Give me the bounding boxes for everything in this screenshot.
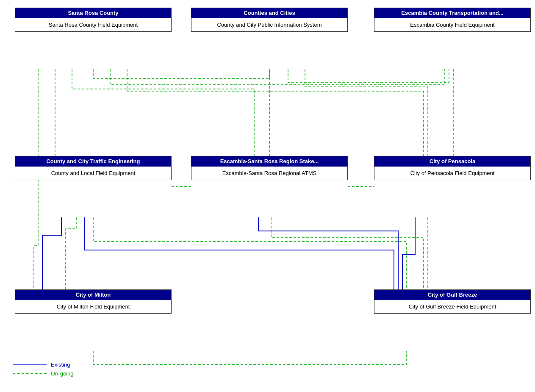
node-escambia-transport: Escambia County Transportation and... Es…	[374, 8, 531, 32]
legend-ongoing-line	[13, 373, 47, 374]
node-santa-rosa-body: Santa Rosa County Field Equipment	[15, 18, 171, 31]
legend-existing: Existing	[13, 361, 73, 368]
legend-ongoing: On-going	[13, 370, 73, 377]
node-city-milton-body: City of Milton Field Equipment	[15, 300, 171, 313]
node-county-city-traffic-body: County and Local Field Equipment	[15, 167, 171, 180]
node-counties-cities-header: Counties and Cities	[191, 8, 347, 18]
node-city-gulf-breeze-body: City of Gulf Breeze Field Equipment	[374, 300, 530, 313]
node-county-city-traffic: County and City Traffic Engineering Coun…	[15, 156, 172, 180]
node-city-pensacola: City of Pensacola City of Pensacola Fiel…	[374, 156, 531, 180]
node-escambia-transport-header: Escambia County Transportation and...	[374, 8, 530, 18]
legend-existing-label: Existing	[51, 361, 70, 368]
node-city-milton-header: City of Milton	[15, 290, 171, 300]
node-escambia-transport-body: Escambia County Field Equipment	[374, 18, 530, 31]
node-santa-rosa: Santa Rosa County Santa Rosa County Fiel…	[15, 8, 172, 32]
connections-svg	[0, 0, 535, 392]
node-counties-cities-body: County and City Public Information Syste…	[191, 18, 347, 31]
node-escambia-santa-rosa: Escambia-Santa Rosa Region Stake... Esca…	[191, 156, 348, 180]
node-city-gulf-breeze: City of Gulf Breeze City of Gulf Breeze …	[374, 289, 531, 314]
legend: Existing On-going	[13, 361, 73, 379]
node-santa-rosa-header: Santa Rosa County	[15, 8, 171, 18]
node-counties-cities: Counties and Cities County and City Publ…	[191, 8, 348, 32]
node-county-city-traffic-header: County and City Traffic Engineering	[15, 156, 171, 167]
legend-existing-line	[13, 364, 47, 365]
node-city-milton: City of Milton City of Milton Field Equi…	[15, 289, 172, 314]
node-escambia-santa-rosa-body: Escambia-Santa Rosa Regional ATMS	[191, 167, 347, 180]
node-escambia-santa-rosa-header: Escambia-Santa Rosa Region Stake...	[191, 156, 347, 167]
node-city-gulf-breeze-header: City of Gulf Breeze	[374, 290, 530, 300]
node-city-pensacola-header: City of Pensacola	[374, 156, 530, 167]
legend-ongoing-label: On-going	[51, 370, 73, 377]
node-city-pensacola-body: City of Pensacola Field Equipment	[374, 167, 530, 180]
